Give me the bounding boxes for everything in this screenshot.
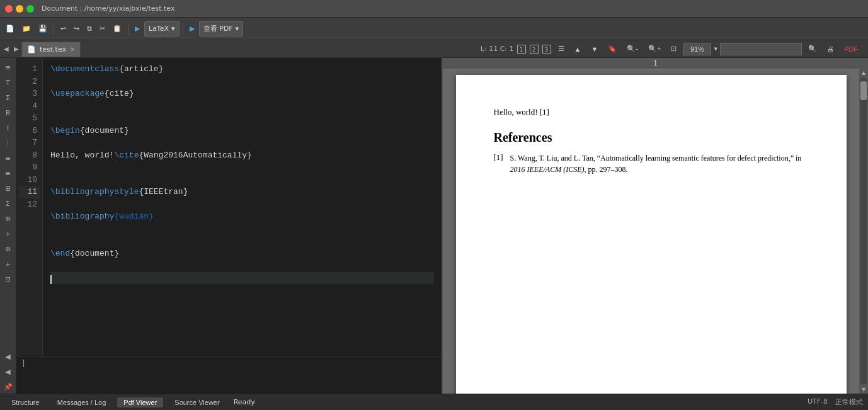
redo-icon: ↪ — [74, 25, 79, 33]
arrow-up-btn[interactable]: ▲ — [571, 42, 585, 56]
pdf-dropdown-arrow-icon: ▾ — [236, 25, 239, 33]
status-bar: Structure Messages / Log Pdf Viewer Sour… — [0, 394, 868, 410]
view-icon: ▶ — [190, 25, 195, 33]
scroll-thumb[interactable] — [860, 81, 867, 100]
save-button[interactable]: 💾 — [35, 21, 50, 37]
code-editor[interactable]: \documentclass{article} \usepackage{cite… — [43, 58, 442, 356]
sidebar-icon-collapse[interactable]: ◀ — [1, 365, 15, 379]
sidebar-icon-9[interactable]: ⊞ — [1, 181, 15, 195]
search-input[interactable] — [720, 43, 802, 55]
pdf-content[interactable]: Hello, world! [1] References [1] S. Wang… — [443, 69, 859, 394]
editor-content[interactable]: 1 2 3 4 5 6 7 8 9 10 11 12 \documentclas… — [16, 58, 442, 356]
undo-icon: ↩ — [60, 25, 66, 33]
console-area[interactable]: | — [16, 356, 442, 394]
zoom-out-btn[interactable]: 🔍- — [623, 42, 642, 56]
pdf-viewer-tab[interactable]: Pdf Viewer — [117, 397, 163, 407]
pdf-reference-1: [1] S. Wang, T. Liu, and L. Tan, “Automa… — [494, 152, 809, 175]
scroll-down-btn[interactable]: ▼ — [860, 385, 867, 394]
pdf-wrapper: Hello, world! [1] References [1] S. Wang… — [443, 69, 868, 394]
ref-number: [1] — [494, 152, 506, 175]
close-button[interactable] — [5, 5, 13, 13]
tab-close-button[interactable]: ✕ — [70, 46, 75, 53]
zoom-dropdown-icon: ▾ — [714, 45, 717, 53]
paste-icon: 📋 — [113, 25, 122, 33]
window-title: Document : /home/yy/xiajbxie/test.tex — [42, 4, 174, 13]
tab-nav-right[interactable]: ▶ — [11, 45, 21, 52]
sidebar-icon-pin[interactable]: 📌 — [1, 380, 15, 394]
zoom-input[interactable] — [683, 43, 711, 55]
pdf-scrollbar[interactable]: ▲ ▼ — [859, 69, 868, 394]
latex-dropdown[interactable]: LaTeX ▾ — [144, 21, 180, 37]
pdf-viewer-dropdown[interactable]: 查看 PDF ▾ — [199, 21, 243, 37]
copy-icon: ⧉ — [87, 25, 92, 33]
print-btn[interactable]: 🖨 — [823, 42, 838, 56]
pdf-page: Hello, world! [1] References [1] S. Wang… — [456, 75, 847, 394]
tab-label: test.tex — [40, 45, 66, 54]
messages-tab[interactable]: Messages / Log — [51, 397, 113, 407]
bookmark-btn[interactable]: 🔖 — [604, 42, 620, 56]
pdf-references-title: References — [494, 130, 809, 145]
copy-button[interactable]: ⧉ — [84, 21, 95, 37]
sidebar-icon-1[interactable]: ≡ — [1, 60, 15, 74]
sidebar-icon-10[interactable]: Σ — [1, 196, 15, 210]
new-button[interactable]: 📄 — [3, 21, 18, 37]
pdf-body-text: Hello, world! [1] — [494, 106, 809, 118]
undo-button[interactable]: ↩ — [57, 21, 69, 37]
mode-label: 正常模式 — [835, 397, 863, 407]
sidebar-icon-4[interactable]: B — [1, 106, 15, 120]
open-icon: 📁 — [22, 25, 31, 33]
line-numbers: 1 2 3 4 5 6 7 8 9 10 11 12 — [16, 58, 43, 356]
title-bar: Document : /home/yy/xiajbxie/test.tex — [0, 0, 868, 18]
open-button[interactable]: 📁 — [19, 21, 34, 37]
ref-text: S. Wang, T. Liu, and L. Tan, “Automatica… — [510, 152, 809, 175]
run-icon: ▶ — [135, 25, 140, 33]
tab-info: L: 11 C: 1 1 2 3 ☰ ▲ ▼ 🔖 🔍- 🔍+ ⊡ ▾ 🔍 🖨 P… — [476, 42, 867, 56]
sidebar-icon-14[interactable]: + — [1, 257, 15, 271]
sidebar-icon-5[interactable]: I — [1, 121, 15, 135]
view-pdf-btn[interactable]: ▶ — [186, 21, 198, 37]
sidebar-icon-bottom[interactable]: ◀ — [1, 350, 15, 363]
sidebar-icon-8[interactable]: ≡ — [1, 166, 15, 180]
sidebar-icon-15[interactable]: ⊡ — [1, 272, 15, 286]
paste-button[interactable]: 📋 — [110, 21, 125, 37]
sidebar-icon-12[interactable]: + — [1, 227, 15, 241]
status-right: UTF-8 正常模式 — [808, 397, 863, 407]
page-indicator: 1 — [443, 58, 868, 69]
pdf-area: 1 Hello, world! [1] References [1] S. Wa… — [442, 58, 868, 394]
minimize-button[interactable] — [16, 5, 23, 13]
zoom-in-btn[interactable]: 🔍+ — [644, 42, 665, 56]
sidebar-icon-6[interactable]: ⋮ — [1, 136, 15, 150]
sep-2 — [128, 23, 128, 35]
console-cursor-icon: | — [21, 359, 26, 368]
list-icon-btn[interactable]: ☰ — [554, 42, 568, 56]
tab-test-tex[interactable]: 📄 test.tex ✕ — [21, 42, 81, 57]
structure-tab[interactable]: Structure — [5, 397, 46, 407]
sep-3 — [183, 23, 183, 35]
sidebar-icon-7[interactable]: ≡ — [1, 151, 15, 165]
pdf-btn[interactable]: PDF — [840, 42, 862, 56]
main-toolbar: 📄 📁 💾 ↩ ↪ ⧉ ✂ 📋 ▶ LaTeX ▾ ▶ 查看 PDF ▾ — [0, 18, 868, 40]
num-box-1: 1 — [517, 45, 526, 54]
num-box-3: 3 — [542, 45, 551, 54]
maximize-button[interactable] — [26, 5, 34, 13]
sep-1 — [54, 23, 54, 35]
tab-file-icon: 📄 — [27, 45, 36, 54]
source-viewer-tab[interactable]: Source Viewer — [168, 397, 226, 407]
cut-icon: ✂ — [100, 25, 105, 33]
sidebar-icon-13[interactable]: ⊕ — [1, 242, 15, 256]
redo-button[interactable]: ↪ — [71, 21, 83, 37]
zoom-fit-btn[interactable]: ⊡ — [667, 42, 680, 56]
cursor-location: L: 11 C: 1 — [481, 45, 514, 53]
cut-button[interactable]: ✂ — [96, 21, 108, 37]
scroll-up-btn[interactable]: ▲ — [860, 69, 867, 77]
status-ready-text: Ready — [234, 398, 255, 406]
left-sidebar: ≡ T Σ B I ⋮ ≡ ≡ ⊞ Σ ⊕ + ⊕ + ⊡ ◀ ◀ 📌 — [0, 58, 16, 394]
tab-nav-left[interactable]: ◀ — [1, 45, 11, 52]
search-go-btn[interactable]: 🔍 — [804, 42, 821, 56]
arrow-down-btn[interactable]: ▼ — [587, 42, 602, 56]
sidebar-icon-11[interactable]: ⊕ — [1, 212, 15, 225]
compile-run-button[interactable]: ▶ — [132, 21, 143, 37]
sidebar-icon-3[interactable]: Σ — [1, 91, 15, 105]
sidebar-icon-2[interactable]: T — [1, 76, 15, 89]
window-controls[interactable] — [5, 5, 34, 13]
